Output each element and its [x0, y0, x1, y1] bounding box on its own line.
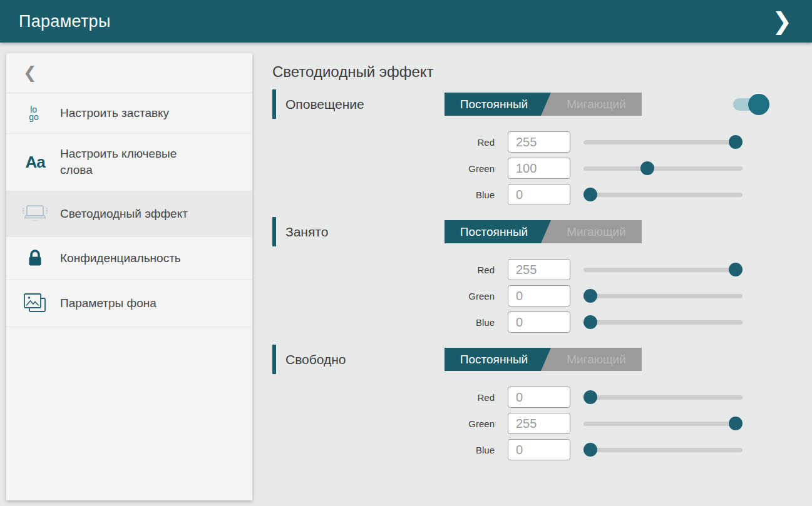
chevron-right-icon[interactable]: ❯ — [767, 9, 797, 33]
slider-thumb[interactable] — [583, 390, 597, 404]
slider-track[interactable] — [583, 193, 743, 197]
led-enable-switch[interactable] — [733, 93, 768, 116]
green-value-input[interactable] — [508, 413, 570, 434]
rgb-row-blue: Blue — [438, 184, 768, 205]
section-label: Оповещение — [285, 97, 364, 112]
slider-track[interactable] — [583, 395, 743, 400]
blue-slider[interactable] — [583, 439, 743, 460]
section-free: Свободно Мигающий Постоянный Red Green — [272, 345, 768, 460]
section-accent-bar — [272, 89, 276, 119]
panel-title: Светодиодный эффект — [272, 63, 768, 81]
keywords-icon: Aa — [20, 153, 50, 172]
slider-thumb[interactable] — [583, 443, 597, 457]
red-label: Red — [438, 137, 495, 148]
blue-slider[interactable] — [583, 184, 743, 205]
green-label: Green — [438, 291, 495, 301]
red-value-input[interactable] — [508, 387, 570, 408]
led-effect-panel: Светодиодный эффект Оповещение Мигающий … — [252, 43, 812, 506]
mode-blinking-button[interactable]: Мигающий — [551, 348, 642, 371]
sidebar-item-led-effect[interactable]: Светодиодный эффект — [6, 191, 252, 237]
slider-thumb[interactable] — [583, 315, 597, 329]
section-accent-bar — [272, 217, 276, 246]
sidebar-item-background[interactable]: Параметры фона — [6, 280, 252, 327]
blue-label: Blue — [438, 317, 495, 328]
keywords-icon-text: Aa — [25, 153, 44, 172]
green-slider[interactable] — [583, 158, 743, 179]
slider-track[interactable] — [583, 140, 743, 144]
blue-value-input[interactable] — [508, 311, 570, 333]
red-value-input[interactable] — [508, 259, 570, 280]
led-monitor-icon — [20, 203, 50, 225]
slider-track[interactable] — [583, 294, 743, 298]
slider-thumb[interactable] — [640, 161, 654, 175]
mode-constant-button[interactable]: Постоянный — [445, 93, 551, 116]
chevron-left-icon: ❮ — [23, 63, 37, 83]
red-slider[interactable] — [583, 131, 743, 153]
rgb-row-green: Green — [438, 285, 768, 306]
sidebar-item-label: Конфиденциальность — [60, 250, 181, 266]
mode-toggle-free: Мигающий Постоянный — [445, 348, 642, 371]
sidebar-item-keywords[interactable]: Aa Настроить ключевые слова — [6, 134, 252, 191]
rgb-row-green: Green — [438, 158, 768, 179]
green-label: Green — [438, 418, 495, 429]
blue-value-input[interactable] — [508, 439, 570, 460]
blue-value-input[interactable] — [508, 184, 570, 205]
green-slider[interactable] — [583, 285, 743, 306]
slider-thumb[interactable] — [729, 263, 743, 276]
slider-thumb[interactable] — [583, 188, 597, 201]
sidebar-item-privacy[interactable]: Конфиденциальность — [6, 237, 252, 280]
section-label: Свободно — [285, 352, 346, 367]
rgb-row-red: Red — [438, 131, 768, 153]
red-value-input[interactable] — [508, 131, 570, 153]
blue-slider[interactable] — [583, 311, 743, 333]
section-accent-bar — [272, 345, 276, 374]
sidebar-collapse-button[interactable]: ❮ — [6, 53, 252, 93]
background-images-icon — [20, 292, 50, 315]
slider-thumb[interactable] — [729, 417, 743, 430]
page-title: Параметры — [19, 12, 111, 31]
slider-thumb[interactable] — [583, 289, 597, 303]
mode-blinking-button[interactable]: Мигающий — [551, 220, 642, 243]
sidebar-item-label: Настроить ключевые слова — [60, 146, 197, 178]
mode-blinking-button[interactable]: Мигающий — [551, 93, 642, 116]
section-busy: Занято Мигающий Постоянный Red Green — [272, 217, 768, 333]
sidebar-item-screensaver[interactable]: lo go Настроить заставку — [6, 93, 252, 134]
green-label: Green — [438, 163, 495, 174]
blue-label: Blue — [438, 445, 495, 455]
sidebar-item-label: Светодиодный эффект — [60, 206, 188, 222]
lock-icon — [20, 249, 50, 268]
slider-track[interactable] — [583, 448, 743, 452]
red-slider[interactable] — [583, 387, 743, 408]
app-header: Параметры ❯ — [0, 0, 812, 43]
green-value-input[interactable] — [508, 158, 570, 179]
rgb-row-red: Red — [438, 259, 768, 280]
logo-icon: lo go — [20, 106, 50, 121]
blue-label: Blue — [438, 190, 495, 200]
slider-track[interactable] — [583, 268, 743, 272]
rgb-row-red: Red — [438, 387, 768, 408]
slider-thumb[interactable] — [729, 135, 743, 149]
slider-track[interactable] — [583, 166, 743, 171]
slider-track[interactable] — [583, 422, 743, 426]
mode-toggle-notification: Мигающий Постоянный — [445, 93, 642, 116]
section-notification: Оповещение Мигающий Постоянный Red Gre — [272, 89, 768, 205]
mode-constant-button[interactable]: Постоянный — [445, 220, 551, 243]
red-label: Red — [438, 265, 495, 275]
sidebar-item-label: Параметры фона — [60, 295, 157, 311]
mode-constant-button[interactable]: Постоянный — [445, 348, 551, 371]
green-value-input[interactable] — [508, 285, 570, 306]
sidebar-item-label: Настроить заставку — [60, 105, 169, 121]
mode-toggle-busy: Мигающий Постоянный — [445, 220, 642, 243]
green-slider[interactable] — [583, 413, 743, 434]
switch-thumb[interactable] — [748, 94, 769, 115]
rgb-row-blue: Blue — [438, 311, 768, 333]
red-label: Red — [438, 392, 495, 403]
red-slider[interactable] — [583, 259, 743, 280]
section-label: Занято — [285, 225, 328, 240]
slider-track[interactable] — [583, 320, 743, 325]
rgb-row-green: Green — [438, 413, 768, 434]
settings-sidebar: ❮ lo go Настроить заставку Aa Настроить … — [6, 53, 252, 500]
logo-icon-text-bottom: go — [29, 113, 39, 121]
rgb-row-blue: Blue — [438, 439, 768, 460]
